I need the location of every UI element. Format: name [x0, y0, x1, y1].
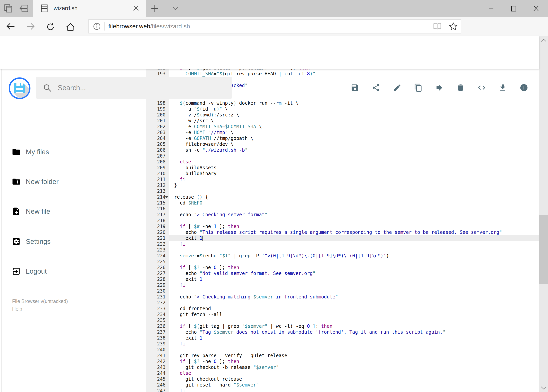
code-line-209[interactable]: buildAssets [169, 165, 539, 171]
code-line-202[interactable]: -e COMMIT_SHA=$COMMIT_SHA \ [169, 124, 539, 130]
code-line-233[interactable]: cd frontend [169, 306, 539, 312]
sidebar-item-new-folder[interactable]: New folder [0, 173, 146, 190]
scroll-down-icon[interactable] [540, 385, 547, 391]
code-line-229[interactable]: fi [169, 282, 539, 288]
browser-tab-wizard-sh[interactable]: wizard.sh [33, 0, 146, 17]
sidebar-item-new-file[interactable]: New file [0, 203, 146, 220]
code-line-210[interactable]: buildBinary [169, 171, 539, 176]
copy-button[interactable] [414, 83, 423, 92]
code-line-211[interactable]: fi [169, 176, 539, 182]
home-button[interactable] [65, 22, 76, 32]
code-line-234[interactable]: git fetch --all [169, 312, 539, 317]
code-line-238[interactable]: exit 1 [169, 335, 539, 341]
line-number: 205 [146, 141, 169, 147]
save-button[interactable] [351, 83, 359, 92]
code-line-228[interactable]: exit 1 [169, 276, 539, 282]
share-button[interactable] [372, 83, 380, 92]
code-line-242[interactable]: if [ $? -ne 0 ]; then [169, 358, 539, 364]
set-tabs-aside-button[interactable] [18, 4, 30, 13]
close-icon [532, 4, 540, 13]
code-line-236[interactable]: if [ $(git tag | grep "$semver" | wc -l)… [169, 323, 539, 329]
info-button[interactable] [520, 83, 528, 92]
code-line-203[interactable]: -e HOME="//tmp" \ [169, 130, 539, 135]
code-line-245[interactable]: git checkout release [169, 376, 539, 382]
search-input[interactable] [57, 84, 215, 92]
code-line-199[interactable]: -u "$(id -u)" \ [169, 106, 539, 112]
code-line-214[interactable]: release () { [169, 194, 539, 200]
code-line-212[interactable]: } [169, 182, 539, 188]
code-line-206[interactable]: sh -c "./wizard.sh -b" [169, 147, 539, 153]
tab-preview-button[interactable] [2, 4, 14, 13]
sidebar-item-settings[interactable]: Settings [0, 233, 146, 250]
line-number: 239 [146, 341, 169, 347]
code-button[interactable] [477, 83, 486, 92]
code-line-207[interactable] [169, 153, 539, 159]
code-line-237[interactable]: echo "Tag $semver does not exist in subm… [169, 329, 539, 335]
sidebar-item-logout[interactable]: Logout [0, 263, 146, 280]
code-line-243[interactable]: git checkout -b release "$semver" [169, 364, 539, 370]
move-button[interactable] [435, 83, 444, 92]
line-number: 193 [146, 71, 169, 77]
code-line-227[interactable]: echo "Not valid semver format. See semve… [169, 271, 539, 276]
fold-toggle-icon[interactable] [165, 196, 168, 198]
code-line-225[interactable] [169, 259, 539, 265]
code-editor[interactable]: 192 if [ "$(git status --porcelain)" == … [146, 69, 539, 392]
edit-button[interactable] [393, 83, 402, 92]
code-line-208[interactable]: else [169, 159, 539, 165]
favorite-star-icon[interactable] [449, 22, 458, 31]
document-icon [40, 4, 49, 13]
code-line-224[interactable]: semver=$(echo "$1" | grep -P '^v(0|[1-9]… [169, 253, 539, 259]
code-line-231[interactable]: echo "> Checking matching $semver in fro… [169, 294, 539, 300]
code-line-226[interactable]: if [ $? -ne 0 ]; then [169, 265, 539, 271]
code-line-216[interactable] [169, 206, 539, 212]
refresh-button[interactable] [45, 22, 55, 32]
code-line-230[interactable] [169, 288, 539, 294]
new-tab-button[interactable] [150, 4, 159, 13]
filebrowser-logo[interactable] [9, 77, 30, 99]
window-minimize-button[interactable] [481, 3, 501, 14]
site-info-icon[interactable] [92, 22, 101, 31]
code-line-217[interactable]: echo "> Checking semver format" [169, 212, 539, 218]
code-line-222[interactable]: fi [169, 241, 539, 247]
code-line-205[interactable]: filebrowser/dev \ [169, 141, 539, 147]
code-line-244[interactable]: else [169, 370, 539, 376]
code-line-215[interactable]: cd $REPO [169, 200, 539, 206]
back-button[interactable] [5, 22, 16, 31]
code-line-204[interactable]: -e GOPATH=//tmp/gopath \ [169, 135, 539, 141]
scroll-up-icon[interactable] [540, 38, 547, 43]
code-line-218[interactable] [169, 218, 539, 224]
show-tab-previews-button[interactable] [171, 6, 180, 11]
code-line-221[interactable]: exit 1 [169, 235, 539, 241]
window-close-button[interactable] [526, 3, 546, 14]
code-line-241[interactable]: git rev-parse --verify --quiet release [169, 353, 539, 358]
code-line-235[interactable] [169, 317, 539, 323]
code-line-213[interactable] [169, 188, 539, 194]
search-box[interactable] [36, 77, 232, 99]
code-line-220[interactable]: echo "This release script requires a sin… [169, 229, 539, 235]
code-line-246[interactable]: git reset --hard "$semver" [169, 382, 539, 388]
code-line-247[interactable]: fi [169, 388, 539, 392]
code-line-232[interactable] [169, 300, 539, 306]
code-line-223[interactable] [169, 247, 539, 253]
address-bar[interactable]: filebrowser.web/files/wizard.sh [88, 19, 461, 34]
code-line-193[interactable]: COMMIT_SHA="$(git rev-parse HEAD | cut -… [169, 71, 539, 77]
sidebar: My filesNew folderNew fileSettingsLogout… [0, 69, 146, 392]
share-icon [372, 83, 380, 92]
code-line-200[interactable]: -v /$(pwd):/src:z \ [169, 112, 539, 118]
code-line-239[interactable]: fi [169, 341, 539, 347]
code-line-198[interactable]: $(command -v winpty) docker run --rm -it… [169, 100, 539, 106]
delete-button[interactable] [456, 83, 465, 92]
help-link[interactable]: Help [12, 305, 68, 313]
scrollbar-thumb[interactable] [539, 215, 548, 284]
code-line-219[interactable]: if [ $# -ne 1 ]; then [169, 224, 539, 229]
code-line-192[interactable]: if [ "$(git status --porcelain)" == "" ]… [169, 69, 539, 71]
indent-guide [180, 106, 180, 112]
download-button[interactable] [499, 83, 507, 92]
vertical-scrollbar[interactable] [539, 36, 548, 392]
code-line-201[interactable]: -w //src \ [169, 118, 539, 124]
reading-view-icon[interactable] [433, 22, 442, 31]
window-maximize-button[interactable] [504, 3, 523, 14]
forward-button[interactable] [25, 22, 36, 31]
tab-close-icon[interactable] [132, 4, 140, 12]
code-line-240[interactable] [169, 347, 539, 353]
